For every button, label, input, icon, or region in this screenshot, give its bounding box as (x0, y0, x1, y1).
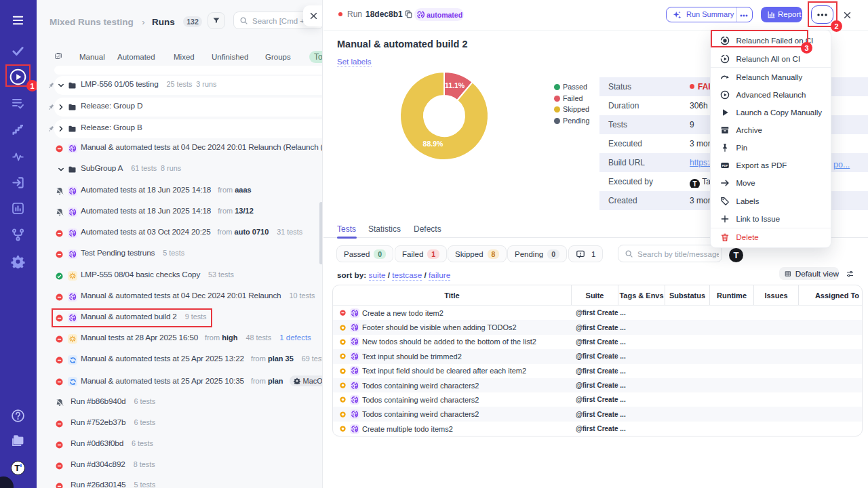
svg-text:PDF: PDF (722, 164, 728, 167)
svg-text:88.9%: 88.9% (423, 140, 443, 148)
svg-text:11.1%: 11.1% (445, 81, 465, 89)
